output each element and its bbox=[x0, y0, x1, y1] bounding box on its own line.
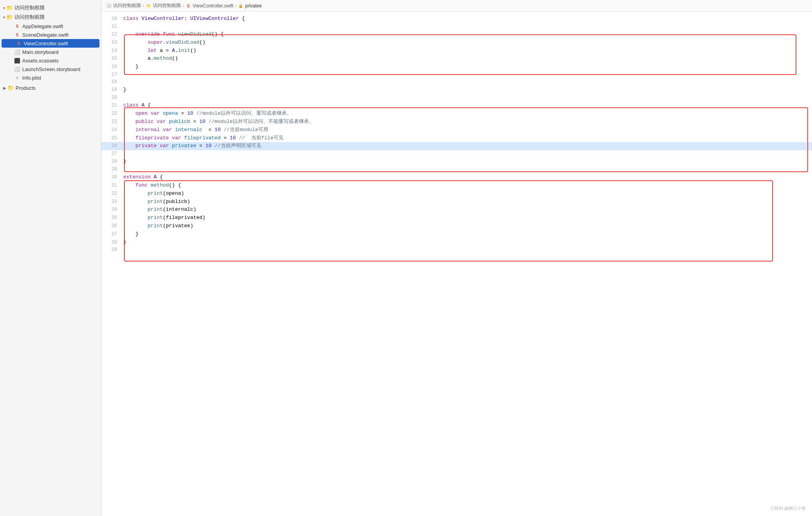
sidebar-item-info-plist[interactable]: ≡ Info.plist bbox=[0, 73, 101, 82]
sidebar-item-app-delegate[interactable]: S AppDelegate.swift bbox=[0, 22, 101, 30]
breadcrumb-sep-2: › bbox=[183, 3, 184, 9]
code-line-10: 10 class ViewController: UIViewControlle… bbox=[101, 15, 812, 23]
code-line-27: 27 bbox=[101, 150, 812, 158]
sidebar-item-view-controller[interactable]: S ViewController.swift bbox=[2, 39, 99, 48]
swift-icon-view-controller: S bbox=[16, 40, 22, 46]
products-folder-icon: 📁 bbox=[7, 85, 14, 91]
code-line-17: 17 bbox=[101, 71, 812, 78]
code-line-38: 38 } bbox=[101, 238, 812, 247]
code-line-26: 26 private var privatee = 10 //当前声明区域可见 bbox=[101, 142, 812, 150]
code-line-35: 35 print(fileprivated) bbox=[101, 214, 812, 222]
code-line-29: 29 bbox=[101, 166, 812, 173]
code-line-12: 12 override func viewDidLoad() { bbox=[101, 30, 812, 39]
chevron-down-icon: ▾ bbox=[3, 6, 5, 10]
sidebar-root-label: 访问控制权限 bbox=[14, 4, 45, 11]
chevron-right-icon-products: ▶ bbox=[3, 86, 6, 90]
storyboard-icon-main: ⬜ bbox=[14, 49, 20, 55]
breadcrumb-icon-1: ⬜ bbox=[106, 3, 112, 9]
breadcrumb-item-4[interactable]: privatee bbox=[245, 3, 262, 9]
breadcrumb: ⬜ 访问控制权限 › 📁 访问控制权限 › S ViewController.s… bbox=[101, 0, 812, 12]
storyboard-icon-launch: ⬜ bbox=[14, 66, 20, 72]
sidebar-item-main-storyboard[interactable]: ⬜ Main.storyboard bbox=[0, 48, 101, 56]
breadcrumb-item-2[interactable]: 访问控制权限 bbox=[153, 2, 181, 9]
code-line-33: 33 print(publicb) bbox=[101, 198, 812, 206]
sidebar-item-label-assets: Assets.xcassets bbox=[22, 58, 59, 64]
code-line-39: 39 bbox=[101, 246, 812, 254]
sidebar-item-scene-delegate[interactable]: S SceneDelegate.swift bbox=[0, 30, 101, 39]
swift-icon-scene-delegate: S bbox=[14, 32, 20, 38]
breadcrumb-item-1[interactable]: 访问控制权限 bbox=[113, 2, 141, 9]
code-line-31: 31 func method() { bbox=[101, 181, 812, 190]
breadcrumb-icon-3: S bbox=[186, 3, 191, 9]
breadcrumb-sep-1: › bbox=[143, 3, 144, 9]
code-line-14: 14 let a = A.init() bbox=[101, 47, 812, 55]
code-line-11: 11 bbox=[101, 23, 812, 30]
sidebar-sub-group[interactable]: ▾ 📁 访问控制权限 bbox=[0, 12, 101, 22]
code-line-37: 37 } bbox=[101, 230, 812, 238]
code-line-34: 34 print(internalc) bbox=[101, 206, 812, 214]
code-line-23: 23 public var publicb = 10 //module以外可以访… bbox=[101, 118, 812, 126]
breadcrumb-icon-2: 📁 bbox=[146, 3, 151, 9]
sidebar-products-group[interactable]: ▶ 📁 Products bbox=[0, 84, 101, 92]
code-editor[interactable]: 10 class ViewController: UIViewControlle… bbox=[101, 12, 812, 516]
main-content: ⬜ 访问控制权限 › 📁 访问控制权限 › S ViewController.s… bbox=[101, 0, 812, 516]
plist-icon: ≡ bbox=[14, 75, 20, 81]
sidebar-item-label-app-delegate: AppDelegate.swift bbox=[22, 23, 63, 29]
sidebar-item-label-info-plist: Info.plist bbox=[22, 75, 41, 81]
code-line-20: 20 bbox=[101, 94, 812, 101]
sidebar-root-group[interactable]: ▾ 📁 访问控制权限 bbox=[0, 3, 101, 12]
sidebar-item-label-view-controller: ViewController.swift bbox=[24, 41, 68, 46]
sidebar-item-launch-screen[interactable]: ⬜ LaunchScreen.storyboard bbox=[0, 65, 101, 73]
code-line-24: 24 internal var internalc = 10 //当前modul… bbox=[101, 126, 812, 134]
watermark: CSDN @闽江小张 bbox=[771, 505, 806, 511]
code-line-15: 15 a.method() bbox=[101, 55, 812, 63]
sidebar-products-label: Products bbox=[16, 85, 35, 91]
sub-folder-icon: 📁 bbox=[6, 14, 12, 20]
xcassets-icon: ⬛ bbox=[14, 57, 20, 64]
code-line-36: 36 print(privatee) bbox=[101, 222, 812, 230]
code-line-30: 30 extension A { bbox=[101, 173, 812, 181]
code-line-19: 19 } bbox=[101, 86, 812, 94]
code-line-32: 32 print(opena) bbox=[101, 190, 812, 198]
swift-icon-app-delegate: S bbox=[14, 23, 20, 29]
chevron-down-icon-sub: ▾ bbox=[3, 15, 5, 20]
breadcrumb-item-3[interactable]: ViewController.swift bbox=[193, 3, 233, 9]
code-line-22: 22 open var opena = 10 //module以外可以访问、重写… bbox=[101, 110, 812, 118]
code-line-16: 16 } bbox=[101, 63, 812, 71]
code-line-18: 18 bbox=[101, 78, 812, 86]
breadcrumb-icon-4: 🔒 bbox=[238, 3, 243, 9]
code-line-21: 21 class A { bbox=[101, 101, 812, 110]
sidebar-item-assets[interactable]: ⬛ Assets.xcassets bbox=[0, 56, 101, 65]
sidebar-sub-label: 访问控制权限 bbox=[14, 14, 45, 21]
sidebar-item-label-launch-screen: LaunchScreen.storyboard bbox=[22, 66, 80, 72]
sidebar-item-label-scene-delegate: SceneDelegate.swift bbox=[22, 32, 69, 38]
code-line-25: 25 fileprivate var fileprivated = 10 // … bbox=[101, 134, 812, 142]
code-line-28: 28 } bbox=[101, 158, 812, 166]
code-line-13: 13 super.viewDidLoad() bbox=[101, 39, 812, 47]
code-wrapper: 10 class ViewController: UIViewControlle… bbox=[101, 15, 812, 254]
folder-icon: 📁 bbox=[6, 5, 12, 11]
sidebar-item-label-main-storyboard: Main.storyboard bbox=[22, 49, 59, 55]
breadcrumb-sep-3: › bbox=[235, 3, 236, 9]
sidebar: ▾ 📁 访问控制权限 ▾ 📁 访问控制权限 S AppDelegate.swif… bbox=[0, 0, 101, 516]
